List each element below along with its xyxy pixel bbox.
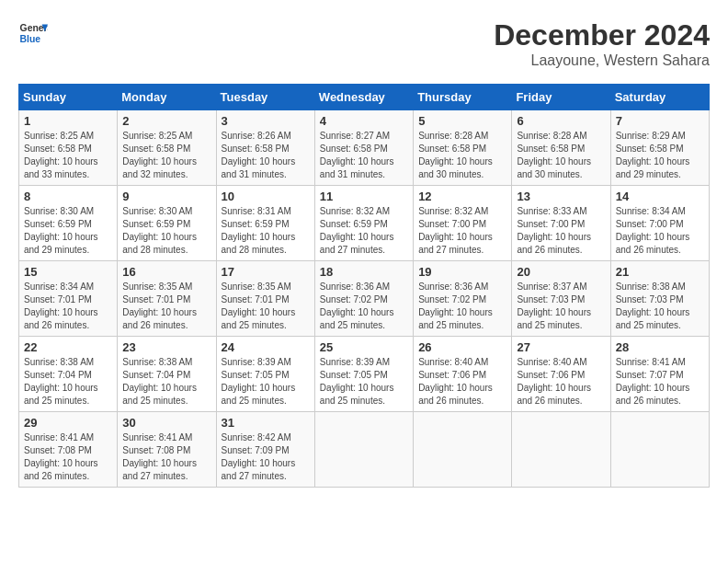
calendar-cell: 5Sunrise: 8:28 AM Sunset: 6:58 PM Daylig… — [414, 110, 512, 186]
day-header-saturday: Saturday — [610, 85, 709, 110]
day-number: 11 — [320, 190, 408, 203]
day-number: 23 — [122, 340, 210, 354]
svg-text:Blue: Blue — [20, 34, 41, 44]
day-info: Sunrise: 8:25 AM Sunset: 6:58 PM Dayligh… — [24, 130, 112, 181]
day-info: Sunrise: 8:37 AM Sunset: 7:03 PM Dayligh… — [517, 281, 605, 332]
title-area: December 2024 Laayoune, Western Sahara — [494, 18, 710, 69]
calendar-body: 1Sunrise: 8:25 AM Sunset: 6:58 PM Daylig… — [19, 110, 710, 488]
day-info: Sunrise: 8:39 AM Sunset: 7:05 PM Dayligh… — [320, 356, 408, 408]
day-header-wednesday: Wednesday — [314, 85, 413, 110]
day-info: Sunrise: 8:36 AM Sunset: 7:02 PM Dayligh… — [320, 281, 408, 332]
day-number: 9 — [122, 190, 210, 203]
day-header-friday: Friday — [512, 85, 610, 110]
day-info: Sunrise: 8:41 AM Sunset: 7:08 PM Dayligh… — [24, 431, 112, 483]
day-info: Sunrise: 8:40 AM Sunset: 7:06 PM Dayligh… — [418, 356, 506, 408]
calendar-cell: 13Sunrise: 8:33 AM Sunset: 7:00 PM Dayli… — [512, 186, 610, 261]
day-number: 4 — [320, 114, 408, 128]
day-number: 21 — [616, 265, 704, 279]
calendar-cell: 16Sunrise: 8:35 AM Sunset: 7:01 PM Dayli… — [118, 261, 216, 337]
calendar-cell: 6Sunrise: 8:28 AM Sunset: 6:58 PM Daylig… — [512, 110, 610, 186]
calendar-cell: 12Sunrise: 8:32 AM Sunset: 7:00 PM Dayli… — [414, 186, 512, 261]
day-number: 17 — [222, 265, 310, 279]
calendar-cell: 24Sunrise: 8:39 AM Sunset: 7:05 PM Dayli… — [216, 337, 314, 412]
day-info: Sunrise: 8:28 AM Sunset: 6:58 PM Dayligh… — [418, 130, 506, 181]
calendar-cell: 11Sunrise: 8:32 AM Sunset: 6:59 PM Dayli… — [314, 186, 413, 261]
day-number: 26 — [418, 340, 506, 354]
day-number: 6 — [517, 114, 605, 128]
calendar-cell: 31Sunrise: 8:42 AM Sunset: 7:09 PM Dayli… — [216, 412, 314, 488]
day-number: 5 — [418, 114, 506, 128]
header: General Blue December 2024 Laayoune, Wes… — [18, 18, 710, 69]
day-info: Sunrise: 8:41 AM Sunset: 7:08 PM Dayligh… — [122, 431, 210, 483]
day-number: 14 — [616, 190, 704, 203]
calendar-cell: 28Sunrise: 8:41 AM Sunset: 7:07 PM Dayli… — [610, 337, 709, 412]
day-info: Sunrise: 8:26 AM Sunset: 6:58 PM Dayligh… — [222, 130, 310, 181]
calendar-table: SundayMondayTuesdayWednesdayThursdayFrid… — [18, 84, 710, 488]
day-info: Sunrise: 8:30 AM Sunset: 6:59 PM Dayligh… — [24, 205, 112, 257]
day-info: Sunrise: 8:40 AM Sunset: 7:06 PM Dayligh… — [517, 356, 605, 408]
day-info: Sunrise: 8:38 AM Sunset: 7:04 PM Dayligh… — [24, 356, 112, 408]
calendar-cell — [414, 412, 512, 488]
day-info: Sunrise: 8:38 AM Sunset: 7:03 PM Dayligh… — [616, 281, 704, 332]
day-number: 27 — [517, 340, 605, 354]
day-number: 16 — [122, 265, 210, 279]
day-info: Sunrise: 8:34 AM Sunset: 7:01 PM Dayligh… — [24, 281, 112, 332]
day-number: 28 — [616, 340, 704, 354]
logo-icon: General Blue — [18, 18, 48, 48]
day-number: 20 — [517, 265, 605, 279]
calendar-cell: 14Sunrise: 8:34 AM Sunset: 7:00 PM Dayli… — [610, 186, 709, 261]
day-info: Sunrise: 8:30 AM Sunset: 6:59 PM Dayligh… — [122, 205, 210, 257]
day-number: 3 — [222, 114, 310, 128]
day-header-thursday: Thursday — [414, 85, 512, 110]
day-number: 25 — [320, 340, 408, 354]
day-info: Sunrise: 8:34 AM Sunset: 7:00 PM Dayligh… — [616, 205, 704, 257]
calendar-cell — [610, 412, 709, 488]
day-info: Sunrise: 8:29 AM Sunset: 6:58 PM Dayligh… — [616, 130, 704, 181]
calendar-cell: 22Sunrise: 8:38 AM Sunset: 7:04 PM Dayli… — [19, 337, 118, 412]
day-number: 10 — [222, 190, 310, 203]
day-info: Sunrise: 8:32 AM Sunset: 6:59 PM Dayligh… — [320, 205, 408, 257]
calendar-cell — [512, 412, 610, 488]
day-number: 24 — [222, 340, 310, 354]
calendar-cell: 1Sunrise: 8:25 AM Sunset: 6:58 PM Daylig… — [19, 110, 118, 186]
calendar-cell: 10Sunrise: 8:31 AM Sunset: 6:59 PM Dayli… — [216, 186, 314, 261]
calendar-subtitle: Laayoune, Western Sahara — [494, 52, 710, 69]
calendar-week-row: 15Sunrise: 8:34 AM Sunset: 7:01 PM Dayli… — [19, 261, 710, 337]
calendar-cell: 29Sunrise: 8:41 AM Sunset: 7:08 PM Dayli… — [19, 412, 118, 488]
calendar-cell: 4Sunrise: 8:27 AM Sunset: 6:58 PM Daylig… — [314, 110, 413, 186]
calendar-cell: 18Sunrise: 8:36 AM Sunset: 7:02 PM Dayli… — [314, 261, 413, 337]
day-number: 15 — [24, 265, 112, 279]
day-number: 29 — [24, 416, 112, 430]
calendar-week-row: 22Sunrise: 8:38 AM Sunset: 7:04 PM Dayli… — [19, 337, 710, 412]
day-info: Sunrise: 8:27 AM Sunset: 6:58 PM Dayligh… — [320, 130, 408, 181]
calendar-cell: 9Sunrise: 8:30 AM Sunset: 6:59 PM Daylig… — [118, 186, 216, 261]
day-header-tuesday: Tuesday — [216, 85, 314, 110]
calendar-cell: 23Sunrise: 8:38 AM Sunset: 7:04 PM Dayli… — [118, 337, 216, 412]
day-number: 13 — [517, 190, 605, 203]
calendar-cell: 8Sunrise: 8:30 AM Sunset: 6:59 PM Daylig… — [19, 186, 118, 261]
day-number: 7 — [616, 114, 704, 128]
day-number: 30 — [122, 416, 210, 430]
day-info: Sunrise: 8:38 AM Sunset: 7:04 PM Dayligh… — [122, 356, 210, 408]
day-header-monday: Monday — [118, 85, 216, 110]
calendar-title: December 2024 — [494, 18, 710, 52]
day-info: Sunrise: 8:31 AM Sunset: 6:59 PM Dayligh… — [222, 205, 310, 257]
day-info: Sunrise: 8:25 AM Sunset: 6:58 PM Dayligh… — [122, 130, 210, 181]
day-info: Sunrise: 8:33 AM Sunset: 7:00 PM Dayligh… — [517, 205, 605, 257]
day-number: 1 — [24, 114, 112, 128]
day-number: 18 — [320, 265, 408, 279]
calendar-cell: 25Sunrise: 8:39 AM Sunset: 7:05 PM Dayli… — [314, 337, 413, 412]
calendar-week-row: 29Sunrise: 8:41 AM Sunset: 7:08 PM Dayli… — [19, 412, 710, 488]
calendar-cell: 2Sunrise: 8:25 AM Sunset: 6:58 PM Daylig… — [118, 110, 216, 186]
day-info: Sunrise: 8:39 AM Sunset: 7:05 PM Dayligh… — [222, 356, 310, 408]
calendar-header-row: SundayMondayTuesdayWednesdayThursdayFrid… — [19, 85, 710, 110]
calendar-cell — [314, 412, 413, 488]
day-number: 8 — [24, 190, 112, 203]
day-info: Sunrise: 8:42 AM Sunset: 7:09 PM Dayligh… — [222, 431, 310, 483]
calendar-cell: 27Sunrise: 8:40 AM Sunset: 7:06 PM Dayli… — [512, 337, 610, 412]
calendar-cell: 20Sunrise: 8:37 AM Sunset: 7:03 PM Dayli… — [512, 261, 610, 337]
day-info: Sunrise: 8:32 AM Sunset: 7:00 PM Dayligh… — [418, 205, 506, 257]
calendar-week-row: 1Sunrise: 8:25 AM Sunset: 6:58 PM Daylig… — [19, 110, 710, 186]
day-number: 31 — [222, 416, 310, 430]
calendar-cell: 7Sunrise: 8:29 AM Sunset: 6:58 PM Daylig… — [610, 110, 709, 186]
